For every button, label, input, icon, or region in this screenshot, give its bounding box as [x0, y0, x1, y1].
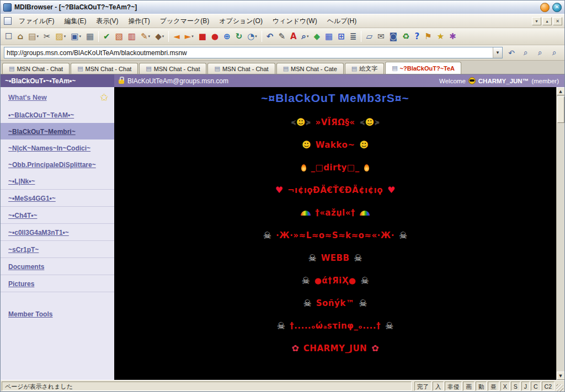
tab[interactable]: MSN Chat - Chat	[2, 63, 70, 74]
folder-open-icon[interactable]: ▨▾	[53, 30, 68, 43]
tab[interactable]: 絵文字	[345, 63, 384, 74]
flag-icon[interactable]: ⚑	[422, 30, 434, 43]
home-icon[interactable]: ⌂	[15, 30, 25, 43]
child-restore-icon[interactable]: ▴	[542, 17, 552, 25]
menu-item[interactable]: ウィンドウ(W)	[268, 15, 322, 28]
photo-icon[interactable]: ▧	[113, 30, 125, 43]
menu-item[interactable]: 編集(E)	[59, 15, 91, 28]
save-icon[interactable]: ▣▾	[68, 30, 83, 43]
group-email: BlAcKoUtTeAm@groups.msn.com	[127, 77, 228, 85]
tab-label: ~?BlaCkOuT?~TeA	[400, 65, 455, 72]
cut-icon[interactable]: ✂	[41, 30, 53, 43]
menu-item[interactable]: オプション(O)	[214, 15, 268, 28]
scroll-down-icon[interactable]	[557, 372, 565, 380]
window-title: MDIBrowser - [~?BlaCkOuT?~TeAm?~]	[14, 3, 537, 11]
tab[interactable]: ~?BlaCkOuT?~TeA	[385, 62, 461, 74]
devil-smiley-icon: ≼☻≽	[291, 118, 311, 127]
url-dropdown-button[interactable]: ▼	[493, 47, 502, 58]
search-icon[interactable]: ⌕▾	[300, 30, 311, 43]
member-name: ¬ı¢ıϙÐÄ€Ť€ÐÄ¢ı¢ıϙ	[287, 185, 383, 195]
list-icon[interactable]: ≣	[348, 30, 359, 43]
sidebar-item[interactable]: ~N|cK~Names~In~Codici~	[1, 139, 114, 156]
font-color-icon[interactable]: A	[288, 30, 299, 43]
sidebar-item-label: ~•c0ll3G4aM3nT1•~	[8, 229, 69, 237]
sidebar-item-label: Pictures	[8, 280, 34, 288]
tools-icon[interactable]: ✱	[447, 30, 459, 43]
sidebar-item[interactable]: Pictures	[1, 275, 114, 292]
sidebar-item-whats-new[interactable]: What's New	[1, 87, 114, 106]
page-icon	[351, 65, 357, 72]
new-page-icon[interactable]: ☐	[3, 30, 14, 43]
close-button[interactable]	[552, 3, 562, 12]
print-icon[interactable]: ▦	[84, 30, 96, 43]
skull-icon: ☠	[385, 321, 393, 331]
minimize-button[interactable]	[540, 3, 550, 12]
search-zoom-3-icon[interactable]: ⌕	[548, 47, 561, 59]
cells-icon[interactable]: ⊞	[335, 30, 347, 43]
globe-icon[interactable]: ⊕	[221, 30, 233, 43]
status-indicator: 完了	[414, 382, 431, 391]
forward-icon[interactable]: ►▾	[183, 30, 196, 43]
tab[interactable]: MSN Chat - Cate	[276, 63, 344, 74]
table-icon[interactable]: ▦	[323, 30, 335, 43]
window-new-icon[interactable]: ▱	[364, 30, 375, 43]
menu-item[interactable]: 操作(T)	[123, 15, 154, 28]
search-zoom-1-icon[interactable]: ⌕	[519, 47, 532, 59]
sidebar-item[interactable]: ~•Ch4T•~	[1, 207, 114, 224]
status-indicator: 画	[463, 382, 475, 391]
status-bar: ページが表示されました 完了入非侵画動亜XSJCC2	[1, 380, 564, 391]
member-name: Wakko~	[316, 140, 355, 150]
tab[interactable]: MSN Chat - Chat	[139, 63, 206, 74]
sidebar-item[interactable]: ~sCr1pT~	[1, 241, 114, 258]
tab[interactable]: MSN Chat - Chat	[207, 63, 275, 74]
scrollbar-thumb[interactable]	[557, 96, 564, 123]
sidebar-item[interactable]: ~•c0ll3G4aM3nT1•~	[1, 224, 114, 241]
sunglasses-smiley-icon	[468, 77, 476, 84]
help-icon[interactable]: ?	[413, 30, 422, 43]
marker-icon[interactable]: ◆▾	[153, 30, 166, 43]
sidebar-item[interactable]: •~BlaCkOuT~TeAM•~	[1, 106, 114, 123]
stop-icon[interactable]: ■	[196, 30, 209, 43]
sidebar-item[interactable]: ~BlaCkOuT~Membri~	[1, 123, 114, 139]
sidebar-item[interactable]: ~•MeSs4GG1•~	[1, 190, 114, 207]
status-message: ページが表示されました	[2, 382, 412, 391]
url-input[interactable]	[4, 47, 493, 58]
document-red-icon[interactable]: ▥	[126, 30, 138, 43]
tab-label: MSN Chat - Chat	[222, 66, 269, 72]
sidebar-item-member-tools[interactable]: Member Tools	[1, 305, 114, 322]
clipboard-paste-icon[interactable]: ▤▾	[26, 30, 41, 43]
sidebar-item[interactable]: ~•L|Nk•~	[1, 173, 114, 190]
child-close-icon[interactable]: ✕	[553, 17, 562, 25]
check-icon[interactable]: ✔	[101, 30, 113, 43]
history-back-icon[interactable]: ↶	[505, 47, 518, 59]
refresh-icon[interactable]: ↻	[233, 30, 245, 43]
undo-icon[interactable]: ↶	[264, 30, 276, 43]
menu-item[interactable]: ヘルプ(H)	[322, 15, 362, 28]
pencil-icon[interactable]: ✎▾	[138, 30, 152, 43]
menu-item[interactable]: ファイル(F)	[14, 15, 59, 28]
member-name: CHARMY_JUN	[303, 343, 367, 353]
app-icon	[3, 3, 12, 12]
vertical-scrollbar[interactable]	[556, 87, 564, 380]
recycle-icon[interactable]: ♻	[400, 30, 412, 43]
menu-item[interactable]: ブックマーク(B)	[155, 15, 214, 28]
disk-icon[interactable]: ◙	[387, 30, 400, 43]
star-icon[interactable]: ★	[435, 30, 446, 43]
record-icon[interactable]: ●	[209, 30, 221, 43]
member-row: _□dirty□_	[114, 163, 556, 173]
tab[interactable]: MSN Chat - Chat	[71, 63, 138, 74]
back-icon[interactable]: ◄	[171, 30, 182, 43]
puzzle-icon[interactable]: ◆	[312, 30, 323, 43]
child-minimize-icon[interactable]: ▾	[532, 17, 541, 25]
mail-icon[interactable]: ✉	[375, 30, 387, 43]
sidebar-item[interactable]: Documents	[1, 258, 114, 275]
search-zoom-2-icon[interactable]: ⌕	[534, 47, 547, 59]
page-body: What's New •~BlaCkOuT~TeAM•~~BlaCkOuT~Me…	[1, 87, 564, 380]
clock-icon[interactable]: ◔▾	[245, 30, 259, 43]
scroll-up-icon[interactable]	[557, 87, 565, 95]
edit-icon[interactable]: ✎	[276, 30, 287, 43]
sidebar-item[interactable]: ~Obb.PrincipaleDiSplittare~	[1, 156, 114, 173]
resize-grip[interactable]	[556, 384, 563, 391]
username[interactable]: CHARMY_JUN™	[478, 78, 529, 84]
menu-item[interactable]: 表示(V)	[91, 15, 123, 28]
